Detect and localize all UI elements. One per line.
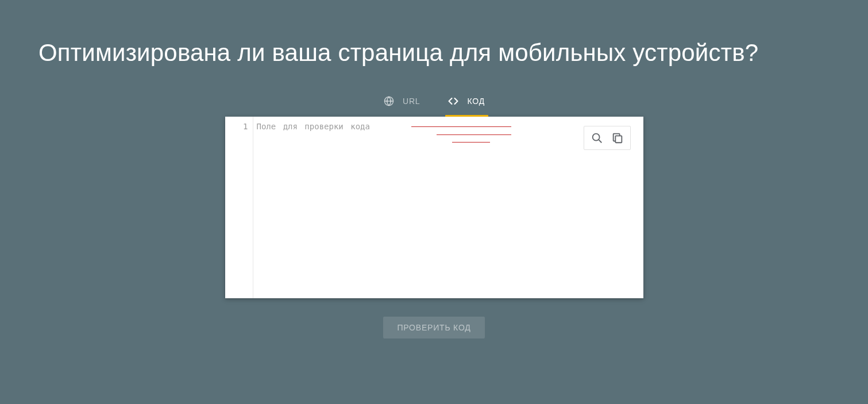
tab-code[interactable]: КОД [447, 92, 484, 117]
page-title: Оптимизирована ли ваша страница для моби… [0, 0, 868, 67]
code-editor: 1 Поле для проверки кода [225, 117, 643, 298]
tab-code-label: КОД [467, 97, 484, 106]
test-code-button[interactable]: ПРОВЕРИТЬ КОД [383, 317, 484, 338]
svg-rect-4 [615, 136, 622, 143]
code-icon [447, 95, 459, 107]
code-placeholder: Поле для проверки кода [257, 121, 370, 132]
editor-gutter: 1 [225, 117, 253, 298]
copy-button[interactable] [611, 131, 624, 145]
copy-icon [611, 132, 624, 144]
search-icon [591, 132, 603, 144]
tab-url[interactable]: URL [383, 92, 420, 117]
svg-line-3 [599, 140, 601, 143]
tab-bar: URL КОД [383, 92, 485, 117]
tab-url-label: URL [403, 97, 420, 106]
search-button[interactable] [590, 131, 604, 145]
svg-point-2 [592, 134, 599, 141]
globe-icon [383, 95, 395, 107]
gutter-line-number: 1 [225, 121, 248, 132]
main-content: URL КОД 1 Поле для проверки кода [0, 92, 868, 338]
editor-toolbar [584, 126, 631, 150]
